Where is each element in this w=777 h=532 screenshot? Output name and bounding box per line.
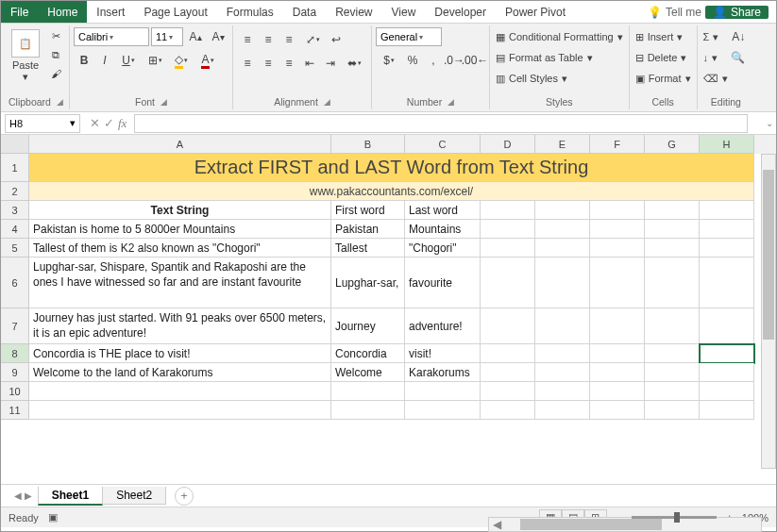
cell[interactable] <box>590 239 645 258</box>
format-as-table-button[interactable]: ▤Format as Table▾ <box>494 48 595 67</box>
col-header-c[interactable]: C <box>405 135 481 154</box>
row-header[interactable]: 9 <box>1 363 29 382</box>
cell[interactable] <box>645 363 700 382</box>
vertical-scrollbar[interactable] <box>761 154 776 469</box>
row-header[interactable]: 5 <box>1 239 29 258</box>
cell[interactable] <box>405 401 481 420</box>
cell[interactable] <box>535 344 590 363</box>
cell[interactable] <box>645 201 700 220</box>
cell[interactable] <box>700 220 754 239</box>
cell[interactable]: Pakistan <box>331 220 405 239</box>
wrap-text-button[interactable]: ↩ <box>326 30 346 49</box>
cell[interactable] <box>481 239 535 258</box>
cell[interactable] <box>481 344 535 363</box>
find-select-button[interactable]: 🔍 <box>727 48 748 67</box>
cell[interactable]: Lupghar-sar, <box>331 258 405 308</box>
col-header-b[interactable]: B <box>331 135 405 154</box>
align-left-button[interactable]: ≡ <box>237 54 258 73</box>
cell[interactable] <box>645 382 700 401</box>
row-header[interactable]: 3 <box>1 201 29 220</box>
cell[interactable] <box>481 363 535 382</box>
bold-button[interactable]: B <box>74 51 94 70</box>
scroll-thumb[interactable] <box>520 519 662 530</box>
cell[interactable]: Last word <box>405 201 481 220</box>
tab-data[interactable]: Data <box>283 1 326 23</box>
cell[interactable] <box>535 382 590 401</box>
cell[interactable] <box>481 308 535 344</box>
align-middle-button[interactable]: ≡ <box>258 30 279 49</box>
col-header-f[interactable]: F <box>590 135 645 154</box>
cell[interactable]: Concordia is THE place to visit! <box>29 344 331 363</box>
cell[interactable] <box>590 308 645 344</box>
cell[interactable] <box>590 258 645 308</box>
format-cells-button[interactable]: ▣Format▾ <box>633 69 693 88</box>
cell[interactable]: Welcome <box>331 363 405 382</box>
row-header[interactable]: 6 <box>1 258 29 308</box>
percent-button[interactable]: % <box>402 51 423 70</box>
tab-home[interactable]: Home <box>38 1 87 23</box>
insert-cells-button[interactable]: ⊞Insert▾ <box>633 27 685 46</box>
cell[interactable]: Tallest <box>331 239 405 258</box>
sort-filter-button[interactable]: A↓ <box>728 27 749 46</box>
copy-button[interactable]: ⧉ <box>46 46 65 63</box>
decrease-decimal-button[interactable]: .00← <box>465 51 485 70</box>
share-button[interactable]: 👤 Share <box>705 6 769 19</box>
cell[interactable] <box>590 382 645 401</box>
tab-page-layout[interactable]: Page Layout <box>134 1 216 23</box>
cell[interactable]: visit! <box>405 344 481 363</box>
delete-cells-button[interactable]: ⊟Delete▾ <box>633 48 689 67</box>
decrease-font-button[interactable]: A▾ <box>208 27 228 46</box>
fill-color-button[interactable]: ◇▾ <box>168 51 194 70</box>
cell[interactable] <box>481 258 535 308</box>
enter-formula-button[interactable]: ✓ <box>104 116 114 130</box>
align-right-button[interactable]: ≡ <box>279 54 299 73</box>
cell[interactable] <box>29 401 331 420</box>
comma-button[interactable]: , <box>423 51 444 70</box>
cell[interactable] <box>700 201 754 220</box>
row-header[interactable]: 11 <box>1 401 29 420</box>
tab-insert[interactable]: Insert <box>87 1 134 23</box>
dialog-launcher-icon[interactable]: ◢ <box>57 97 63 107</box>
cell[interactable] <box>645 308 700 344</box>
horizontal-scrollbar[interactable]: ◀ <box>488 517 762 532</box>
cell[interactable]: Karakorums <box>405 363 481 382</box>
cell[interactable]: Journey <box>331 308 405 344</box>
dialog-launcher-icon[interactable]: ◢ <box>160 97 167 107</box>
increase-font-button[interactable]: A▴ <box>185 27 206 46</box>
cell[interactable] <box>700 382 754 401</box>
cell[interactable] <box>590 220 645 239</box>
expand-formula-bar-button[interactable]: ⌄ <box>763 118 776 128</box>
cell[interactable]: www.pakaccountants.com/excel/ <box>29 182 754 201</box>
sheet-tab-1[interactable]: Sheet1 <box>38 487 103 506</box>
cell[interactable] <box>700 363 754 382</box>
add-sheet-button[interactable]: ＋ <box>175 487 194 506</box>
cell[interactable] <box>481 401 535 420</box>
align-bottom-button[interactable]: ≡ <box>279 30 299 49</box>
cell[interactable]: Pakistan is home to 5 8000er Mountains <box>29 220 331 239</box>
decrease-indent-button[interactable]: ⇤ <box>299 54 320 73</box>
cancel-formula-button[interactable]: ✕ <box>90 116 100 130</box>
cell[interactable]: Mountains <box>405 220 481 239</box>
cut-button[interactable]: ✂ <box>46 27 65 44</box>
cell[interactable] <box>645 344 700 363</box>
name-box[interactable]: H8▾ <box>5 114 80 133</box>
cell[interactable] <box>590 344 645 363</box>
row-header[interactable]: 10 <box>1 382 29 401</box>
sheet-nav[interactable]: ◀ ▶ <box>8 490 38 501</box>
fx-icon[interactable]: fx <box>118 116 127 131</box>
cell[interactable]: Concordia <box>331 344 405 363</box>
cell[interactable]: Lupghar-sar, Shispare, Spantik and Rakap… <box>29 258 331 308</box>
row-header[interactable]: 7 <box>1 308 29 344</box>
cell[interactable]: Journey has just started. With 91 peaks … <box>29 308 331 344</box>
align-center-button[interactable]: ≡ <box>258 54 279 73</box>
font-name-combo[interactable]: Calibri▾ <box>74 27 149 46</box>
number-format-combo[interactable]: General▾ <box>376 27 442 46</box>
tab-developer[interactable]: Developer <box>425 1 496 23</box>
cell[interactable] <box>535 401 590 420</box>
cell[interactable] <box>645 220 700 239</box>
col-header-e[interactable]: E <box>535 135 590 154</box>
cell[interactable] <box>481 382 535 401</box>
clear-button[interactable]: ⌫▾ <box>701 69 730 88</box>
tab-view[interactable]: View <box>382 1 426 23</box>
autosum-button[interactable]: Σ▾ A↓ <box>701 27 752 46</box>
